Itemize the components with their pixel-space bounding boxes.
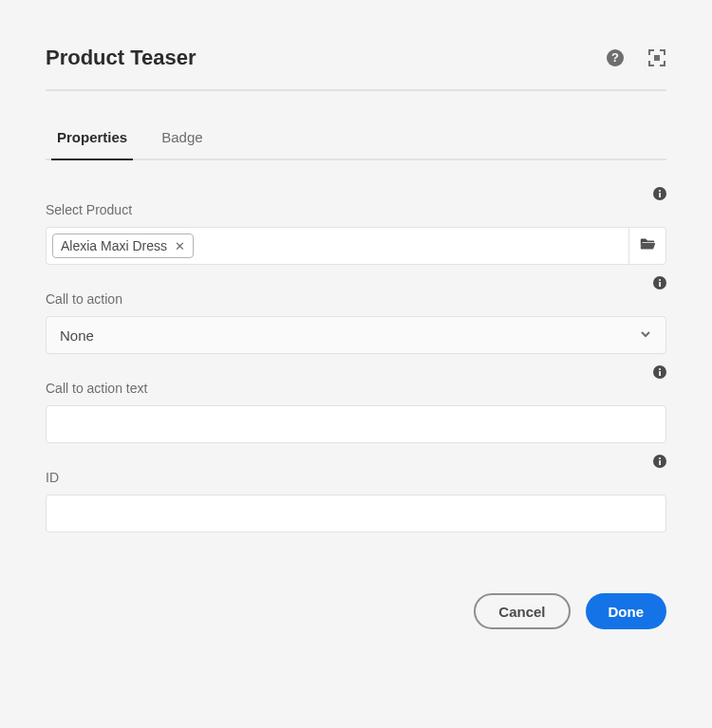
svg-point-5 xyxy=(659,190,661,192)
svg-rect-2 xyxy=(654,55,660,61)
svg-point-11 xyxy=(659,368,661,370)
cancel-button[interactable]: Cancel xyxy=(474,593,570,629)
dialog-header: Product Teaser ? xyxy=(46,46,666,91)
field-select-product: Select Product Alexia Maxi Dress ✕ xyxy=(46,185,666,265)
fullscreen-icon[interactable] xyxy=(647,48,666,67)
svg-point-8 xyxy=(659,279,661,281)
info-icon[interactable] xyxy=(653,365,666,379)
svg-rect-4 xyxy=(659,193,661,197)
cta-text-input[interactable] xyxy=(46,405,666,443)
info-icon[interactable] xyxy=(653,187,666,200)
dialog-title: Product Teaser xyxy=(46,46,197,70)
tab-badge[interactable]: Badge xyxy=(161,118,202,159)
close-icon[interactable]: ✕ xyxy=(175,240,185,252)
cta-select[interactable]: None xyxy=(46,316,666,354)
select-product-label: Select Product xyxy=(46,202,666,217)
done-button[interactable]: Done xyxy=(586,593,667,629)
folder-open-icon xyxy=(639,235,656,256)
header-actions: ? xyxy=(606,48,666,67)
help-icon[interactable]: ? xyxy=(606,48,625,67)
cta-text-label: Call to action text xyxy=(46,381,666,396)
id-label: ID xyxy=(46,470,666,485)
svg-rect-7 xyxy=(659,282,661,287)
browse-button[interactable] xyxy=(628,227,666,265)
tab-properties[interactable]: Properties xyxy=(57,118,127,159)
select-product-input[interactable]: Alexia Maxi Dress ✕ xyxy=(46,227,628,265)
field-cta-text: Call to action text xyxy=(46,364,666,443)
svg-rect-10 xyxy=(659,371,661,376)
field-id: ID xyxy=(46,453,666,532)
product-chip: Alexia Maxi Dress ✕ xyxy=(52,233,194,258)
tab-bar: Properties Badge xyxy=(46,118,666,160)
cta-label: Call to action xyxy=(46,291,666,307)
product-teaser-dialog: Product Teaser ? Properties Badge Select… xyxy=(0,0,712,675)
svg-text:?: ? xyxy=(611,50,619,65)
info-icon[interactable] xyxy=(653,276,666,289)
svg-point-14 xyxy=(659,457,661,459)
cta-select-value: None xyxy=(60,327,94,344)
svg-rect-13 xyxy=(659,460,661,465)
dialog-footer: Cancel Done xyxy=(46,593,666,629)
chevron-down-icon xyxy=(639,327,652,344)
info-icon[interactable] xyxy=(653,455,666,468)
select-product-row: Alexia Maxi Dress ✕ xyxy=(46,227,666,265)
id-input[interactable] xyxy=(46,495,666,532)
field-cta: Call to action None xyxy=(46,274,666,354)
form-body: Select Product Alexia Maxi Dress ✕ xyxy=(46,160,666,532)
product-chip-label: Alexia Maxi Dress xyxy=(61,238,167,253)
